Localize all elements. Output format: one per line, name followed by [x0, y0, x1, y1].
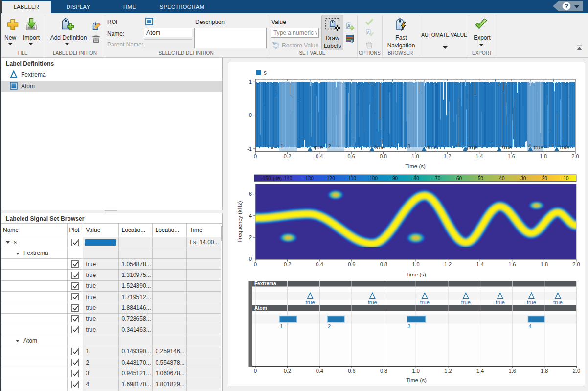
svg-text:1: 1 — [280, 143, 283, 149]
svg-text:-150: -150 — [261, 176, 271, 181]
svg-text:4: 4 — [528, 323, 531, 329]
svg-text:Frequency (kHz): Frequency (kHz) — [237, 201, 243, 242]
svg-text:true: true — [527, 299, 536, 305]
svg-text:2: 2 — [328, 143, 331, 149]
svg-text:1.8: 1.8 — [541, 261, 548, 267]
svg-text:?: ? — [565, 2, 568, 10]
svg-text:3: 3 — [407, 143, 410, 149]
svg-text:true: true — [502, 144, 512, 150]
svg-text:1.2: 1.2 — [444, 261, 452, 267]
svg-text:Fextrema: Fextrema — [254, 281, 276, 286]
svg-text:true: true — [496, 299, 505, 305]
svg-text:0.8: 0.8 — [380, 368, 387, 374]
svg-text:0: 0 — [249, 112, 252, 118]
svg-text:1.6: 1.6 — [509, 368, 516, 374]
svg-text:-100: -100 — [368, 176, 378, 181]
svg-text:2: 2 — [249, 234, 252, 240]
svg-text:-60: -60 — [455, 176, 462, 181]
svg-text:2.0: 2.0 — [573, 368, 580, 374]
svg-text:3: 3 — [407, 323, 410, 329]
svg-text:0.4: 0.4 — [316, 261, 323, 267]
svg-text:-140: -140 — [282, 176, 292, 181]
svg-text:-50: -50 — [476, 176, 483, 181]
svg-text:-130: -130 — [304, 176, 314, 181]
svg-text:2: 2 — [328, 323, 331, 329]
svg-text:true: true — [534, 144, 543, 150]
svg-text:1.6: 1.6 — [508, 153, 515, 159]
svg-text:-110: -110 — [347, 176, 357, 181]
svg-text:-1: -1 — [247, 146, 252, 152]
svg-text:-10: -10 — [562, 176, 569, 181]
svg-text:6: 6 — [249, 191, 252, 197]
svg-text:true: true — [313, 144, 323, 150]
svg-text:true: true — [468, 144, 478, 150]
svg-text:0.2: 0.2 — [284, 153, 291, 159]
svg-text:1.4: 1.4 — [476, 261, 484, 267]
svg-text:0.4: 0.4 — [316, 153, 323, 159]
svg-text:true: true — [420, 299, 430, 305]
svg-text:(dB): (dB) — [273, 176, 282, 181]
svg-text:0: 0 — [254, 153, 257, 159]
svg-text:1.0: 1.0 — [412, 368, 420, 374]
svg-text:2.0: 2.0 — [571, 153, 579, 159]
svg-text:-120: -120 — [325, 176, 335, 181]
svg-text:true: true — [375, 144, 385, 150]
svg-text:true: true — [427, 144, 437, 150]
svg-text:0: 0 — [249, 256, 252, 262]
svg-text:true: true — [461, 299, 471, 305]
svg-text:Time (s): Time (s) — [406, 272, 426, 277]
svg-text:-70: -70 — [433, 176, 441, 181]
svg-text:1: 1 — [249, 79, 252, 85]
svg-text:Atom: Atom — [254, 305, 267, 311]
svg-text:true: true — [368, 299, 377, 305]
svg-text:true: true — [560, 144, 570, 150]
svg-text:0.6: 0.6 — [348, 153, 355, 159]
svg-text:-20: -20 — [540, 176, 547, 181]
svg-text:0.6: 0.6 — [348, 261, 355, 267]
svg-text:true: true — [306, 299, 315, 305]
svg-text:1.2: 1.2 — [444, 368, 452, 374]
svg-text:-40: -40 — [498, 176, 505, 181]
svg-text:0: 0 — [254, 261, 257, 267]
svg-text:-30: -30 — [519, 176, 526, 181]
svg-text:s: s — [264, 69, 267, 76]
svg-text:A: A — [367, 30, 370, 35]
svg-text:4: 4 — [249, 213, 252, 219]
svg-text:1.0: 1.0 — [411, 153, 419, 159]
svg-text:2.0: 2.0 — [572, 261, 580, 267]
svg-text:0.4: 0.4 — [316, 368, 323, 374]
svg-text:Time (s): Time (s) — [405, 163, 426, 169]
svg-text:-80: -80 — [412, 176, 419, 181]
svg-text:1.0: 1.0 — [412, 261, 419, 267]
svg-text:0.6: 0.6 — [348, 368, 355, 374]
svg-text:0: 0 — [254, 368, 257, 374]
svg-text:0.2: 0.2 — [284, 261, 291, 267]
svg-text:1.4: 1.4 — [475, 153, 483, 159]
svg-text:1.6: 1.6 — [508, 261, 516, 267]
svg-text:Time (s): Time (s) — [406, 377, 427, 383]
svg-text:0.2: 0.2 — [284, 368, 291, 374]
svg-text:0.8: 0.8 — [380, 153, 387, 159]
svg-text:1.8: 1.8 — [541, 368, 548, 374]
svg-text:1.4: 1.4 — [476, 368, 484, 374]
svg-text:1.2: 1.2 — [444, 153, 451, 159]
svg-text:-90: -90 — [391, 176, 398, 181]
svg-text:1: 1 — [280, 323, 283, 329]
svg-text:0.8: 0.8 — [380, 261, 387, 267]
svg-text:1.8: 1.8 — [540, 153, 547, 159]
svg-text:true: true — [553, 299, 563, 305]
